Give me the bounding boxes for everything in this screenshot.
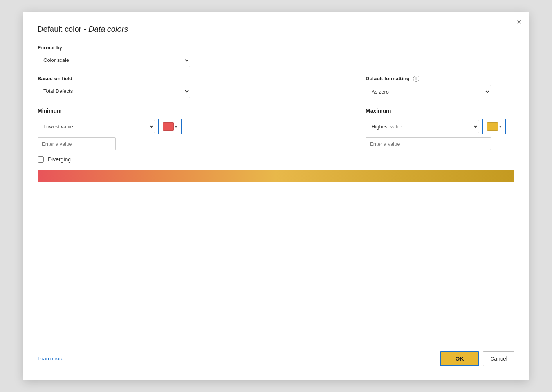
based-on-select[interactable]: Total Defects bbox=[38, 85, 190, 98]
maximum-label: Maximum bbox=[366, 108, 514, 114]
default-formatting-label: Default formatting i bbox=[366, 76, 514, 82]
minimum-color-arrow: ▾ bbox=[175, 125, 177, 129]
minimum-color-picker[interactable]: ▾ bbox=[158, 119, 182, 134]
maximum-color-swatch bbox=[487, 122, 498, 131]
gradient-bar bbox=[38, 170, 514, 182]
ok-button[interactable]: OK bbox=[440, 351, 479, 366]
cancel-button[interactable]: Cancel bbox=[483, 351, 514, 366]
format-by-select[interactable]: Color scale Field value Rules bbox=[38, 54, 190, 67]
minimum-controls: Lowest value Number Percent Percentile ▾ bbox=[38, 119, 182, 134]
minimum-group: Minimum Lowest value Number Percent Perc… bbox=[38, 108, 182, 150]
based-on-label: Based on field bbox=[38, 76, 190, 81]
minimum-dropdown[interactable]: Lowest value Number Percent Percentile bbox=[38, 120, 155, 133]
maximum-value-input[interactable] bbox=[366, 137, 491, 150]
diverging-label: Diverging bbox=[48, 156, 71, 163]
minimum-value-input[interactable] bbox=[38, 137, 116, 150]
dialog-title: Default color - Data colors bbox=[38, 25, 514, 34]
format-by-group: Format by Color scale Field value Rules bbox=[38, 45, 514, 67]
footer-buttons: OK Cancel bbox=[440, 351, 514, 366]
field-row: Based on field Total Defects Default for… bbox=[38, 76, 514, 99]
maximum-color-picker[interactable]: ▾ bbox=[482, 119, 506, 134]
maximum-color-arrow: ▾ bbox=[499, 125, 501, 129]
default-formatting-select[interactable]: As zero As null Blank bbox=[366, 85, 491, 98]
close-button[interactable]: × bbox=[516, 18, 521, 26]
diverging-checkbox[interactable] bbox=[38, 156, 44, 163]
maximum-dropdown[interactable]: Highest value Number Percent Percentile bbox=[366, 120, 479, 133]
maximum-group: Maximum Highest value Number Percent Per… bbox=[366, 108, 514, 150]
maximum-controls: Highest value Number Percent Percentile … bbox=[366, 119, 514, 134]
minmax-row: Minimum Lowest value Number Percent Perc… bbox=[38, 108, 514, 150]
minimum-color-swatch bbox=[163, 122, 174, 131]
based-on-field-group: Based on field Total Defects bbox=[38, 76, 190, 99]
footer: Learn more OK Cancel bbox=[38, 343, 514, 366]
default-formatting-group: Default formatting i As zero As null Bla… bbox=[366, 76, 514, 99]
minimum-label: Minimum bbox=[38, 108, 182, 114]
info-icon: i bbox=[413, 76, 419, 82]
learn-more-link[interactable]: Learn more bbox=[38, 356, 63, 361]
dialog: × Default color - Data colors Format by … bbox=[23, 12, 529, 380]
format-by-label: Format by bbox=[38, 45, 514, 51]
diverging-row: Diverging bbox=[38, 156, 514, 163]
